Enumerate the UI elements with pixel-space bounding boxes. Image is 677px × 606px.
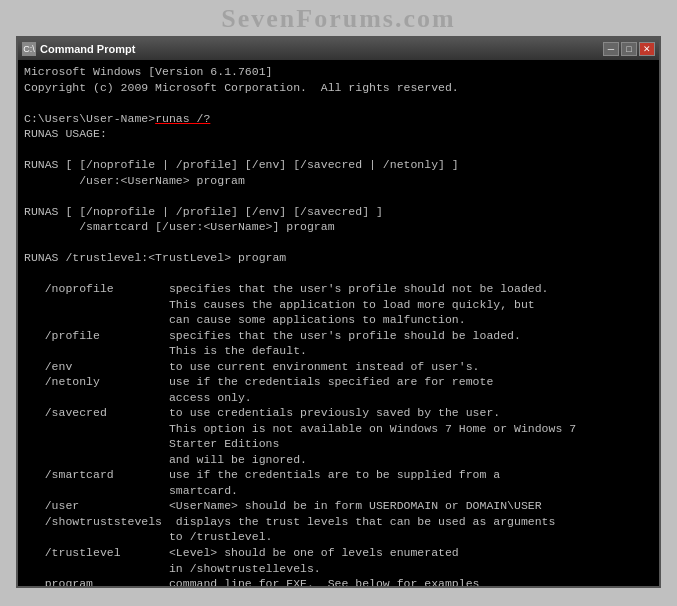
console-line: /profile specifies that the user's profi… [24, 328, 653, 344]
console-line: /showtruststevels displays the trust lev… [24, 514, 653, 530]
console-line: to /trustlevel. [24, 529, 653, 545]
console-line: /savecred to use credentials previously … [24, 405, 653, 421]
console-line: RUNAS USAGE: [24, 126, 653, 142]
minimize-button[interactable]: ─ [603, 42, 619, 56]
title-bar-buttons: ─ □ ✕ [603, 42, 655, 56]
console-line: /noprofile specifies that the user's pro… [24, 281, 653, 297]
console-line [24, 235, 653, 251]
console-body[interactable]: Microsoft Windows [Version 6.1.7601]Copy… [18, 60, 659, 586]
runas-command: runas /? [155, 112, 210, 125]
title-bar-left: C:\ Command Prompt [22, 42, 135, 56]
watermark-text: SevenForums.com [221, 4, 455, 33]
cmd-icon-char: C:\ [23, 44, 35, 54]
console-line [24, 95, 653, 111]
console-line [24, 188, 653, 204]
console-line: and will be ignored. [24, 452, 653, 468]
maximize-button[interactable]: □ [621, 42, 637, 56]
console-line: /env to use current environment instead … [24, 359, 653, 375]
console-line: Copyright (c) 2009 Microsoft Corporation… [24, 80, 653, 96]
console-line: in /showtrustellevels. [24, 561, 653, 577]
cmd-window: C:\ Command Prompt ─ □ ✕ Microsoft Windo… [16, 36, 661, 588]
console-line: access only. [24, 390, 653, 406]
close-button[interactable]: ✕ [639, 42, 655, 56]
console-line: Microsoft Windows [Version 6.1.7601] [24, 64, 653, 80]
console-line: This is the default. [24, 343, 653, 359]
console-line: /smartcard [/user:<UserName>] program [24, 219, 653, 235]
title-bar: C:\ Command Prompt ─ □ ✕ [18, 38, 659, 60]
console-line: program command line for EXE. See below … [24, 576, 653, 586]
console-line: Starter Editions [24, 436, 653, 452]
title-bar-text: Command Prompt [40, 43, 135, 55]
console-line: /netonly use if the credentials specifie… [24, 374, 653, 390]
console-line [24, 142, 653, 158]
console-line: can cause some applications to malfuncti… [24, 312, 653, 328]
console-line: This causes the application to load more… [24, 297, 653, 313]
console-line: /user:<UserName> program [24, 173, 653, 189]
console-line: C:\Users\User-Name>runas /? [24, 111, 653, 127]
console-line: RUNAS [ [/noprofile | /profile] [/env] [… [24, 204, 653, 220]
console-line: /smartcard use if the credentials are to… [24, 467, 653, 483]
console-line: RUNAS /trustlevel:<TrustLevel> program [24, 250, 653, 266]
watermark-bar: SevenForums.com [0, 0, 677, 36]
console-line [24, 266, 653, 282]
console-line: smartcard. [24, 483, 653, 499]
console-line: /trustlevel <Level> should be one of lev… [24, 545, 653, 561]
console-line: RUNAS [ [/noprofile | /profile] [/env] [… [24, 157, 653, 173]
console-line: /user <UserName> should be in form USERD… [24, 498, 653, 514]
console-line: This option is not available on Windows … [24, 421, 653, 437]
cmd-icon: C:\ [22, 42, 36, 56]
